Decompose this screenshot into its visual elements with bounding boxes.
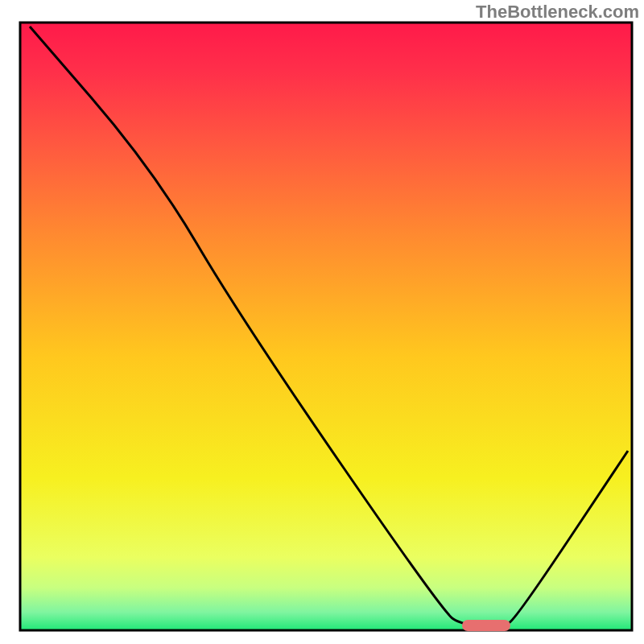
bottleneck-chart: TheBottleneck.com bbox=[0, 0, 644, 644]
optimal-marker bbox=[462, 620, 510, 631]
plot-gradient-rect bbox=[20, 23, 632, 630]
watermark-text: TheBottleneck.com bbox=[476, 2, 639, 23]
